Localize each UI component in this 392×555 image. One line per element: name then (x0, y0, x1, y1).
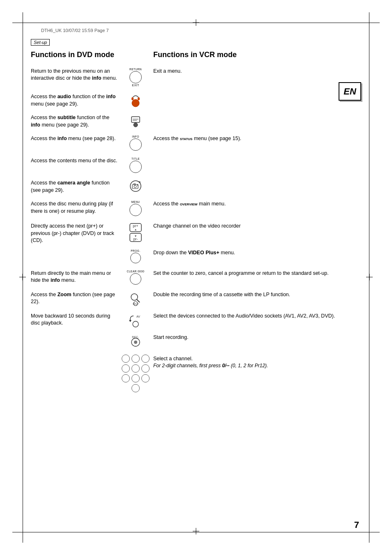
button-icon-return: RETURN EXIT (121, 64, 150, 90)
vcr-description: Access the overview main menu. (150, 197, 361, 211)
dvd-description: Return directly to the main menu or hide… (31, 267, 121, 288)
dvd-description: Access the info menu (see page 28). (31, 132, 121, 146)
svg-text:▲: ▲ (134, 228, 137, 231)
table-row: Access the subtitle function of the info… (31, 111, 361, 132)
dvd-description: Access the audio function of the info me… (31, 90, 121, 111)
svg-point-2 (132, 99, 139, 107)
svg-text:REC.: REC. (132, 336, 139, 339)
vcr-description: Double the recording time of a cassette … (150, 288, 361, 302)
table-row: Select a channel. For 2-digit channels, … (31, 352, 361, 396)
crosshair-bottom (193, 528, 199, 536)
dvd-description: Access the Zoom function (see page 22). (31, 288, 121, 309)
table-row: Access the Zoom function (see page 22). … (31, 288, 361, 309)
header-meta: DTH6_UK 10/07/02 15:59 Page 7 (41, 28, 109, 33)
button-icon-av: AV (121, 309, 150, 331)
dvd-description: Access the camera angle function (see pa… (31, 176, 121, 197)
vcr-description: Start recording. (150, 331, 361, 345)
dvd-description: Directly access the next (pr+) or previo… (31, 219, 121, 248)
vcr-description: Access the status menu (see page 15). (150, 132, 361, 146)
svg-text:AV: AV (136, 315, 140, 318)
vcr-description (150, 90, 361, 97)
function-rows: Return to the previous menu on an intera… (31, 64, 361, 396)
vcr-description: Set the counter to zero, cancel a progra… (150, 267, 361, 281)
table-row: PROG. Drop down the VIDEO Plus+ menu. (31, 248, 361, 267)
vcr-description (150, 154, 361, 161)
dvd-description: Return to the previous menu on an intera… (31, 64, 121, 85)
svg-marker-22 (129, 320, 131, 322)
crosshair-top (193, 19, 199, 27)
dvd-description: Access the disc menu during play (if the… (31, 197, 121, 218)
svg-text:pr-: pr- (134, 237, 138, 241)
button-icon-camera (121, 176, 150, 196)
button-icon-title: TITLE (121, 154, 150, 176)
table-row: Access the audio function of the info me… (31, 90, 361, 111)
dvd-description: Move backward 10 seconds during disc pla… (31, 309, 121, 330)
main-content: Set-up Functions in DVD mode Functions i… (31, 39, 361, 524)
svg-rect-0 (131, 97, 134, 100)
dvd-title: Functions in DVD mode (31, 51, 121, 60)
svg-rect-3 (131, 117, 140, 122)
table-row: Move backward 10 seconds during disc pla… (31, 309, 361, 331)
dvd-description (31, 331, 121, 337)
vcr-description: Select a channel. For 2-digit channels, … (150, 352, 361, 373)
dvd-description: Access the subtitle function of the info… (31, 111, 121, 132)
table-row: Access the contents menu of the disc. TI… (31, 154, 361, 176)
table-row: Return to the previous menu on an intera… (31, 64, 361, 90)
vcr-description: Select the devices connected to the Audi… (150, 309, 361, 323)
table-row: Access the info menu (see page 28). INFO… (31, 132, 361, 154)
vcr-description: Drop down the VIDEO Plus+ menu. (150, 248, 361, 260)
svg-point-6 (134, 123, 138, 127)
vcr-title: Functions in VCR mode (153, 51, 361, 60)
button-icon-info: INFO (121, 132, 150, 154)
button-icon-zoom: SP/LP (121, 288, 150, 309)
vcr-description (150, 111, 361, 117)
svg-text:SP/LP: SP/LP (133, 303, 139, 305)
button-icon-numpad (121, 352, 150, 396)
vcr-description (150, 176, 361, 183)
button-icon-prog: PROG. (121, 248, 150, 267)
table-row: Return directly to the main menu or hide… (31, 267, 361, 288)
crosshair-left (19, 274, 26, 281)
svg-point-11 (137, 184, 138, 186)
crosshair-right (366, 274, 373, 281)
button-icon-menu: MENU (121, 197, 150, 219)
button-icon-audio (121, 90, 150, 111)
table-row: Access the disc menu during play (if the… (31, 197, 361, 219)
svg-text:pr+: pr+ (133, 224, 138, 228)
table-row: Directly access the next (pr+) or previo… (31, 219, 361, 248)
svg-point-26 (134, 341, 137, 344)
button-icon-prog-arrows: pr+ ▲ ▼ pr- (121, 219, 150, 246)
button-icon-subtitle (121, 111, 150, 131)
setup-label: Set-up (31, 39, 50, 46)
svg-rect-1 (138, 97, 140, 100)
vcr-description: Change channel on the video recorder (150, 219, 361, 233)
dvd-description (31, 352, 121, 359)
svg-point-24 (133, 321, 138, 327)
svg-line-19 (137, 299, 140, 302)
table-row: Access the camera angle function (see pa… (31, 176, 361, 197)
dvd-description (31, 248, 121, 253)
button-icon-rec: REC. (121, 331, 150, 352)
table-row: REC. Start recording. (31, 331, 361, 352)
vcr-description: Exit a menu. (150, 64, 361, 78)
dvd-description: Access the contents menu of the disc. (31, 154, 121, 168)
svg-point-18 (131, 294, 138, 300)
button-icon-clear: CLEAR 0000 (121, 267, 150, 288)
